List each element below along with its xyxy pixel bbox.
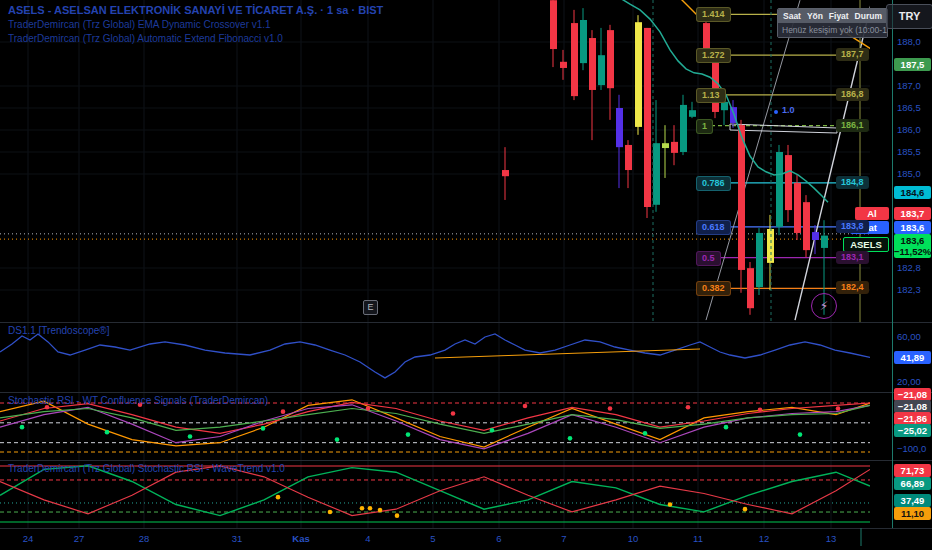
col-fiyat: Fiyat xyxy=(829,11,849,21)
axis-tick-label: −100,0 xyxy=(897,443,926,454)
axis-value-badge: 41,89 xyxy=(894,351,931,364)
pane-title-stoch-wt-confluence[interactable]: Stochastic RSI - WT Confluence Signals (… xyxy=(8,395,268,406)
fib-price-label: 183,8 xyxy=(836,220,869,233)
col-durum: Durum xyxy=(855,11,882,21)
fib-price-label: 184,8 xyxy=(836,176,869,189)
fib-level-label: 1 xyxy=(696,119,713,134)
axis-tick-label: 20,00 xyxy=(897,376,921,387)
time-axis-label[interactable]: 28 xyxy=(139,533,150,544)
axis-value-badge: 71,73 xyxy=(894,464,931,477)
currency-toggle-button[interactable]: TRY xyxy=(886,4,932,29)
last-price-badge: 183,6 −11,52% xyxy=(894,234,931,258)
trading-chart-app: ASELS - ASELSAN ELEKTRONİK SANAYİ VE TİC… xyxy=(0,0,932,550)
symbol-ticker-badge: ASELS xyxy=(843,237,889,252)
axis-tick-label: 188,0 xyxy=(897,36,921,47)
indicator-title-auto-fibonacci[interactable]: TraderDemircan (Trz Global) Automatic Ex… xyxy=(8,33,283,44)
last-price-value: 183,6 xyxy=(894,235,931,246)
axis-tick-label: 185,5 xyxy=(897,146,921,157)
last-price-change-pct: −11,52% xyxy=(894,246,931,257)
pane-title-trendoscope[interactable]: DS1.1 [Trendoscope®] xyxy=(8,325,110,336)
axis-tick-label: 182,8 xyxy=(897,262,921,273)
fib-level-label: 1.414 xyxy=(696,7,731,22)
time-axis-label[interactable]: 6 xyxy=(496,533,501,544)
sell-price-badge: 183,6 xyxy=(894,221,931,234)
col-yon: Yön xyxy=(807,11,823,21)
time-axis-label[interactable]: 11 xyxy=(693,533,703,544)
fib-price-label: 183,1 xyxy=(836,251,869,264)
axis-tick-label: 186,5 xyxy=(897,102,921,113)
pane-title-stochrsi-wavetrend[interactable]: TraderDemircan (Trz Global) Stochastic R… xyxy=(8,463,285,474)
time-axis-label[interactable]: 13 xyxy=(826,533,837,544)
axis-value-badge: 187,5 xyxy=(894,58,931,71)
time-axis-label[interactable]: 4 xyxy=(365,533,370,544)
buy-price-badge: 183,7 xyxy=(894,207,931,220)
axis-value-badge: 184,6 xyxy=(894,186,931,199)
axis-tick-label: 187,0 xyxy=(897,80,921,91)
fib-anchor-label: 1.0 xyxy=(782,105,795,115)
axis-value-badge: −25,02 xyxy=(894,424,931,437)
col-saat: Saat xyxy=(783,11,801,21)
time-axis-label[interactable]: 27 xyxy=(74,533,85,544)
fib-anchor-dot xyxy=(774,110,778,114)
time-axis-label[interactable]: 24 xyxy=(23,533,34,544)
chart-overlay: ASELS - ASELSAN ELEKTRONİK SANAYİ VE TİC… xyxy=(0,0,932,550)
crossover-table-header: Saat Yön Fiyat Durum xyxy=(778,9,887,23)
axis-value-badge: 11,10 xyxy=(894,507,931,520)
axis-tick-label: 186,0 xyxy=(897,124,921,135)
time-axis-label[interactable]: 10 xyxy=(628,533,639,544)
fib-level-label: 1.13 xyxy=(696,88,726,103)
earnings-event-icon[interactable]: E xyxy=(363,300,378,315)
fib-price-label: 186,1 xyxy=(836,119,869,132)
symbol-title[interactable]: ASELS - ASELSAN ELEKTRONİK SANAYİ VE TİC… xyxy=(8,4,383,16)
axis-value-badge: 37,49 xyxy=(894,494,931,507)
fib-level-label: 0.786 xyxy=(696,176,731,191)
lightning-alert-icon[interactable]: ⚡ xyxy=(811,293,837,319)
buy-label-badge: Al xyxy=(855,207,889,220)
axis-value-badge: 66,89 xyxy=(894,477,931,490)
axis-tick-label: 182,3 xyxy=(897,284,921,295)
axis-tick-label: 60,00 xyxy=(897,331,921,342)
fib-level-label: 0.618 xyxy=(696,220,731,235)
time-axis-label[interactable]: Kas xyxy=(292,533,309,544)
fib-level-label: 0.5 xyxy=(696,251,721,266)
time-axis-label[interactable]: 7 xyxy=(561,533,566,544)
time-axis-label[interactable]: 12 xyxy=(759,533,770,544)
time-axis-label[interactable]: 5 xyxy=(430,533,435,544)
fib-price-label: 182,4 xyxy=(836,281,869,294)
fib-level-label: 0.382 xyxy=(696,281,731,296)
fib-level-label: 1.272 xyxy=(696,48,731,63)
indicator-title-ema-crossover[interactable]: TraderDemircan (Trz Global) EMA Dynamic … xyxy=(8,19,271,30)
crossover-status-text: Henüz kesişim yok (10:00-18:00) xyxy=(778,23,887,37)
axis-tick-label: 185,0 xyxy=(897,168,921,179)
fib-price-label: 186,8 xyxy=(836,88,869,101)
crossover-status-table: Saat Yön Fiyat Durum Henüz kesişim yok (… xyxy=(777,8,888,38)
time-axis-label[interactable]: 31 xyxy=(232,533,243,544)
fib-price-label: 187,7 xyxy=(836,48,869,61)
